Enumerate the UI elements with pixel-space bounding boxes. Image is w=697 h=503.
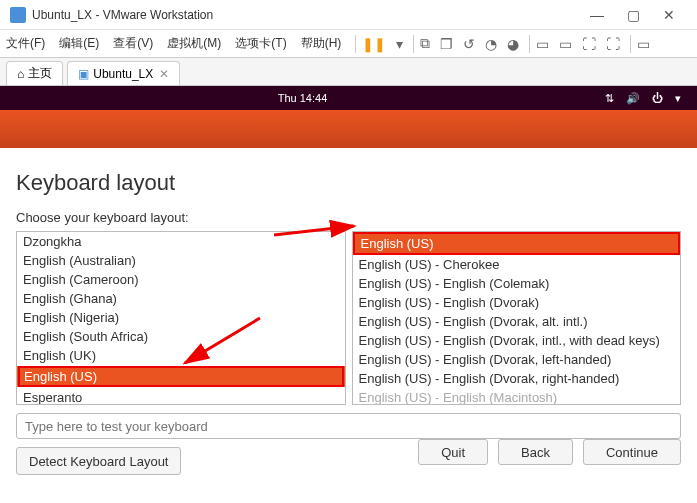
list-item[interactable]: English (US) - English (Dvorak, left-han… xyxy=(353,350,681,369)
vmware-titlebar: Ubuntu_LX - VMware Workstation — ▢ ✕ xyxy=(0,0,697,30)
sound-icon[interactable]: 🔊 xyxy=(626,92,640,105)
page-title: Keyboard layout xyxy=(0,148,697,210)
list-item[interactable]: English (Cameroon) xyxy=(17,270,345,289)
unity-icon[interactable]: ⛶ xyxy=(582,36,596,52)
list-item[interactable]: Dzongkha xyxy=(17,232,345,251)
home-icon: ⌂ xyxy=(17,67,24,81)
window-close-button[interactable]: ✕ xyxy=(651,7,687,23)
menu-separator xyxy=(413,35,414,53)
list-item[interactable]: Esperanto xyxy=(17,388,345,405)
layout-language-list[interactable]: DzongkhaEnglish (Australian)English (Cam… xyxy=(16,231,346,405)
vmware-menubar: 文件(F) 编辑(E) 查看(V) 虚拟机(M) 选项卡(T) 帮助(H) ❚❚… xyxy=(0,30,697,58)
list-item[interactable]: English (US) - English (Dvorak, intl., w… xyxy=(353,331,681,350)
pause-icon[interactable]: ❚❚ xyxy=(362,36,386,52)
window-minimize-button[interactable]: — xyxy=(579,7,615,23)
snapshot-icon[interactable]: ⧉ xyxy=(420,35,430,52)
layout-variant-list[interactable]: English (US)English (US) - CherokeeEngli… xyxy=(352,231,682,405)
snapshot-mgr-icon[interactable]: ❐ xyxy=(440,36,453,52)
quit-button[interactable]: Quit xyxy=(418,439,488,465)
menu-separator xyxy=(630,35,631,53)
ubuntu-installer: Thu 14:44 ⇅ 🔊 ⏻ ▾ Keyboard layout Choose… xyxy=(0,86,697,475)
window-title: Ubuntu_LX - VMware Workstation xyxy=(32,8,213,22)
window-maximize-button[interactable]: ▢ xyxy=(615,7,651,23)
menu-view[interactable]: 查看(V) xyxy=(113,35,153,52)
power-icon[interactable]: ⏻ xyxy=(652,92,663,105)
network-icon[interactable]: ⇅ xyxy=(605,92,614,105)
list-item[interactable]: English (US) - English (Dvorak, right-ha… xyxy=(353,369,681,388)
menu-separator xyxy=(355,35,356,53)
list-item[interactable]: English (US) xyxy=(17,366,345,387)
ubuntu-orange-band xyxy=(0,110,697,148)
footer-buttons: Quit Back Continue xyxy=(418,439,681,465)
list-item[interactable]: English (South Africa) xyxy=(17,327,345,346)
list-item[interactable]: English (Australian) xyxy=(17,251,345,270)
tab-vm-label: Ubuntu_LX xyxy=(93,67,153,81)
list-item[interactable]: English (US) xyxy=(353,232,681,255)
tab-home-label: 主页 xyxy=(28,65,52,82)
revert-icon[interactable]: ↺ xyxy=(463,36,475,52)
clock-icon[interactable]: ◔ xyxy=(485,36,497,52)
choose-label: Choose your keyboard layout: xyxy=(16,210,681,225)
back-button[interactable]: Back xyxy=(498,439,573,465)
vmware-logo-icon xyxy=(10,7,26,23)
clock2-icon[interactable]: ◕ xyxy=(507,36,519,52)
list-item[interactable]: English (UK) xyxy=(17,346,345,365)
keyboard-test-input[interactable] xyxy=(16,413,681,439)
list-item[interactable]: English (US) - English (Colemak) xyxy=(353,274,681,293)
list-item[interactable]: English (US) - English (Dvorak) xyxy=(353,293,681,312)
view1-icon[interactable]: ▭ xyxy=(536,36,549,52)
detect-layout-button[interactable]: Detect Keyboard Layout xyxy=(16,447,181,475)
list-item[interactable]: English (US) - English (Dvorak, alt. int… xyxy=(353,312,681,331)
menu-file[interactable]: 文件(F) xyxy=(6,35,45,52)
dropdown-icon[interactable]: ▾ xyxy=(396,36,403,52)
ubuntu-clock: Thu 14:44 xyxy=(0,92,605,104)
vm-icon: ▣ xyxy=(78,67,89,81)
vmware-tabbar: ⌂ 主页 ▣ Ubuntu_LX ✕ xyxy=(0,58,697,86)
list-item[interactable]: English (Nigeria) xyxy=(17,308,345,327)
list-item[interactable]: English (Ghana) xyxy=(17,289,345,308)
fullscreen-icon[interactable]: ⛶ xyxy=(606,36,620,52)
ubuntu-topbar: Thu 14:44 ⇅ 🔊 ⏻ ▾ xyxy=(0,86,697,110)
menu-tabs[interactable]: 选项卡(T) xyxy=(235,35,286,52)
menu-vm[interactable]: 虚拟机(M) xyxy=(167,35,221,52)
menu-separator xyxy=(529,35,530,53)
continue-button[interactable]: Continue xyxy=(583,439,681,465)
chevron-down-icon[interactable]: ▾ xyxy=(675,92,681,105)
tab-home[interactable]: ⌂ 主页 xyxy=(6,61,63,85)
view2-icon[interactable]: ▭ xyxy=(559,36,572,52)
menu-help[interactable]: 帮助(H) xyxy=(301,35,342,52)
console-icon[interactable]: ▭ xyxy=(637,36,650,52)
tab-vm[interactable]: ▣ Ubuntu_LX ✕ xyxy=(67,61,180,85)
menu-edit[interactable]: 编辑(E) xyxy=(59,35,99,52)
list-item[interactable]: English (US) - English (Macintosh) xyxy=(353,388,681,405)
close-icon[interactable]: ✕ xyxy=(159,67,169,81)
list-item[interactable]: English (US) - Cherokee xyxy=(353,255,681,274)
